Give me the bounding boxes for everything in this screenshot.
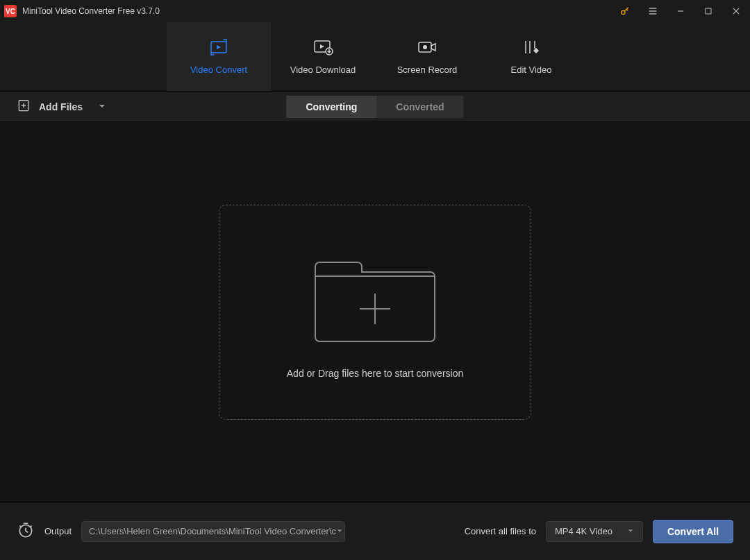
video-convert-icon	[208, 38, 229, 56]
folder-add-icon	[312, 245, 438, 348]
chevron-down-icon	[627, 526, 634, 536]
output-label: Output	[44, 526, 72, 536]
nav-label: Video Download	[290, 65, 356, 75]
bottombar: Output C:\Users\Helen Green\Documents\Mi…	[0, 502, 750, 560]
nav-label: Screen Record	[397, 65, 458, 75]
close-icon[interactable]	[722, 0, 750, 22]
edit-video-icon	[521, 38, 542, 56]
tab-converted[interactable]: Converted	[376, 96, 463, 118]
menu-icon[interactable]	[639, 0, 667, 22]
dropzone[interactable]: Add or Drag files here to start conversi…	[219, 205, 531, 420]
timer-icon[interactable]	[17, 521, 35, 542]
svg-rect-5	[706, 8, 711, 14]
minimize-icon[interactable]	[667, 0, 694, 22]
nav-video-download[interactable]: Video Download	[271, 22, 375, 91]
convert-all-button[interactable]: Convert All	[653, 520, 733, 543]
format-select[interactable]: MP4 4K Video	[546, 521, 643, 542]
nav-screen-record[interactable]: Screen Record	[375, 22, 479, 91]
output-path-select[interactable]: C:\Users\Helen Green\Documents\MiniTool …	[81, 521, 345, 542]
toolbar: Add Files Converting Converted	[0, 92, 750, 122]
nav-edit-video[interactable]: Edit Video	[479, 22, 583, 91]
nav-label: Video Convert	[190, 65, 247, 75]
dropzone-text: Add or Drag files here to start conversi…	[287, 368, 463, 379]
video-download-icon	[312, 38, 333, 56]
svg-marker-18	[99, 105, 105, 108]
workspace: Add or Drag files here to start conversi…	[0, 122, 750, 502]
add-files-label: Add Files	[39, 101, 83, 112]
app-title: MiniTool Video Converter Free v3.7.0	[22, 6, 160, 16]
chevron-down-icon[interactable]	[98, 101, 106, 112]
convert-all-to-label: Convert all files to	[465, 526, 536, 536]
conversion-tabs: Converting Converted	[286, 96, 463, 118]
add-files-button[interactable]: Add Files	[17, 99, 106, 114]
svg-point-14	[423, 45, 427, 49]
svg-marker-23	[338, 529, 342, 532]
app-logo: VC	[4, 5, 17, 17]
add-file-icon	[17, 99, 31, 114]
nav-video-convert[interactable]: Video Convert	[167, 22, 271, 91]
svg-marker-24	[628, 529, 633, 532]
format-selected-text: MP4 4K Video	[555, 526, 612, 536]
chevron-down-icon	[336, 526, 343, 536]
output-path-text: C:\Users\Helen Green\Documents\MiniTool …	[89, 526, 336, 536]
maximize-icon[interactable]	[694, 0, 722, 22]
nav-label: Edit Video	[510, 65, 551, 75]
svg-marker-11	[320, 44, 324, 49]
screen-record-icon	[417, 38, 438, 56]
svg-marker-9	[217, 45, 221, 49]
tab-converting[interactable]: Converting	[286, 96, 376, 118]
key-icon[interactable]	[611, 0, 639, 22]
navbar: Video Convert Video Download Screen Reco…	[0, 22, 750, 92]
titlebar: VC MiniTool Video Converter Free v3.7.0	[0, 0, 750, 22]
